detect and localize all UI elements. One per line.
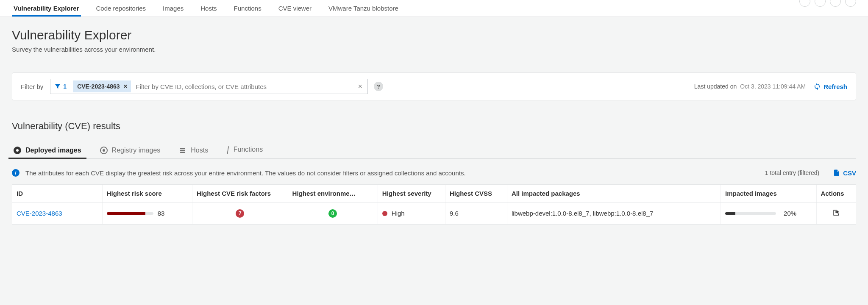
deployed-icon bbox=[14, 147, 21, 154]
cvss-value: 9.6 bbox=[445, 202, 507, 225]
export-icon[interactable] bbox=[832, 208, 840, 217]
registry-icon bbox=[100, 147, 108, 154]
refresh-label: Refresh bbox=[823, 83, 847, 90]
risk-score-value: 83 bbox=[158, 210, 165, 217]
tab-images[interactable]: Images bbox=[161, 0, 185, 16]
th-actions[interactable]: Actions bbox=[816, 185, 856, 202]
tab-vmware-tanzu-blobstore[interactable]: VMware Tanzu blobstore bbox=[327, 0, 400, 16]
svg-rect-0 bbox=[180, 148, 185, 149]
env-badge: 0 bbox=[328, 209, 337, 218]
tab-cve-viewer[interactable]: CVE viewer bbox=[277, 0, 313, 16]
th-risk[interactable]: Highest risk score bbox=[102, 185, 192, 202]
table-header-row: ID Highest risk score Highest CVE risk f… bbox=[12, 185, 856, 202]
th-id[interactable]: ID bbox=[12, 185, 102, 202]
filter-count-value: 1 bbox=[63, 83, 67, 90]
result-tab-deployed[interactable]: Deployed images bbox=[12, 142, 83, 158]
last-updated-value: Oct 3, 2023 11:09:44 AM bbox=[740, 83, 806, 90]
impact-pct: 20% bbox=[784, 210, 796, 217]
packages-value: libwebp-devel:1.0.0-8.el8_7, libwebp:1.0… bbox=[507, 202, 721, 225]
page-subtitle: Survey the vulnerabilities across your e… bbox=[12, 46, 856, 53]
filter-count[interactable]: 1 bbox=[50, 79, 71, 94]
total-entry: 1 total entry (filtered) bbox=[765, 169, 819, 176]
filter-chip[interactable]: CVE-2023-4863 ✕ bbox=[73, 80, 131, 92]
result-tab-registry[interactable]: Registry images bbox=[98, 142, 162, 158]
th-pkg[interactable]: All impacted packages bbox=[507, 185, 721, 202]
hosts-icon bbox=[179, 147, 186, 154]
result-tab-label: Registry images bbox=[112, 147, 161, 154]
info-icon: i bbox=[12, 169, 19, 177]
header-icon[interactable] bbox=[830, 0, 841, 7]
cve-id-link[interactable]: CVE-2023-4863 bbox=[17, 210, 62, 217]
filter-right: Last updated on Oct 3, 2023 11:09:44 AM … bbox=[694, 83, 847, 90]
header-icons bbox=[799, 0, 856, 7]
filter-clear[interactable]: × bbox=[353, 82, 368, 91]
help-icon[interactable]: ? bbox=[374, 82, 383, 91]
impacted-images-cell: 20% bbox=[725, 210, 812, 217]
filter-chip-remove[interactable]: ✕ bbox=[122, 83, 128, 89]
csv-icon bbox=[833, 169, 840, 177]
tab-code-repositories[interactable]: Code repositories bbox=[95, 0, 148, 16]
result-tab-functions[interactable]: f Functions bbox=[225, 140, 264, 158]
th-env[interactable]: Highest environme… bbox=[288, 185, 378, 202]
last-updated-label: Last updated on bbox=[694, 83, 737, 90]
th-impact[interactable]: Impacted images bbox=[721, 185, 817, 202]
table-row[interactable]: CVE-2023-4863 83 7 0 High 9.6 libwebp- bbox=[12, 202, 856, 225]
csv-label: CSV bbox=[843, 169, 856, 177]
tab-hosts[interactable]: Hosts bbox=[199, 0, 218, 16]
th-cvss[interactable]: Highest CVSS bbox=[445, 185, 507, 202]
csv-export[interactable]: CSV bbox=[833, 169, 856, 177]
results-title: Vulnerability (CVE) results bbox=[0, 100, 868, 132]
function-icon: f bbox=[227, 144, 229, 154]
risk-score-cell: 83 bbox=[107, 210, 188, 217]
result-tab-label: Hosts bbox=[191, 147, 208, 154]
filter-panel: Filter by 1 CVE-2023-4863 ✕ × ? Last upd… bbox=[12, 72, 856, 100]
page-title: Vulnerability Explorer bbox=[12, 28, 856, 42]
result-tabs: Deployed images Registry images Hosts f … bbox=[12, 140, 856, 159]
info-text: The attributes for each CVE display the … bbox=[25, 169, 759, 177]
filter-chip-label: CVE-2023-4863 bbox=[77, 83, 120, 90]
filter-input[interactable] bbox=[133, 79, 353, 94]
result-tab-hosts[interactable]: Hosts bbox=[177, 142, 210, 158]
result-tab-label: Deployed images bbox=[25, 147, 81, 154]
severity-cell: High bbox=[382, 210, 441, 217]
svg-rect-1 bbox=[180, 150, 185, 151]
tab-functions[interactable]: Functions bbox=[232, 0, 263, 16]
impact-bar bbox=[725, 212, 776, 215]
tab-vulnerability-explorer[interactable]: Vulnerability Explorer bbox=[12, 0, 81, 16]
risk-bar bbox=[107, 212, 153, 215]
header-icon[interactable] bbox=[845, 0, 856, 7]
result-tab-label: Functions bbox=[234, 146, 263, 153]
refresh-button[interactable]: Refresh bbox=[813, 83, 847, 90]
page-header: Vulnerability Explorer Survey the vulner… bbox=[0, 17, 868, 57]
severity-dot bbox=[382, 211, 387, 216]
results-table: ID Highest risk score Highest CVE risk f… bbox=[12, 184, 856, 225]
refresh-icon bbox=[813, 83, 821, 90]
filter-label: Filter by bbox=[21, 83, 43, 90]
svg-rect-2 bbox=[180, 152, 185, 153]
header-icon[interactable] bbox=[799, 0, 810, 7]
filter-input-group: 1 CVE-2023-4863 ✕ × bbox=[50, 79, 368, 94]
filter-icon bbox=[55, 83, 61, 89]
risk-factors-badge: 7 bbox=[236, 209, 244, 218]
th-sev[interactable]: Highest severity bbox=[378, 185, 445, 202]
th-factors[interactable]: Highest CVE risk factors bbox=[192, 185, 288, 202]
header-icon[interactable] bbox=[815, 0, 826, 7]
severity-label: High bbox=[392, 210, 405, 217]
main-tabs: Vulnerability Explorer Code repositories… bbox=[0, 0, 868, 17]
info-row: i The attributes for each CVE display th… bbox=[0, 159, 868, 182]
